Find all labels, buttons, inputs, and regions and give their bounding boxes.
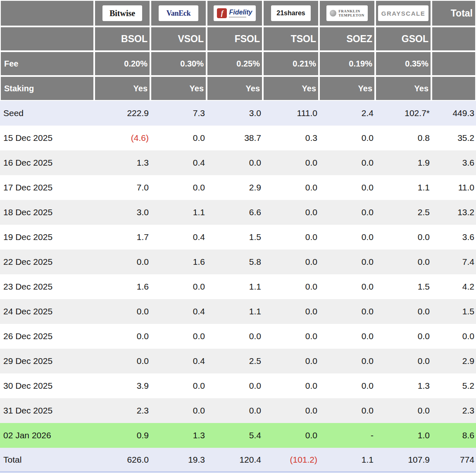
21shares-wordmark: 21shares: [276, 10, 305, 17]
franklin-line2: TEMPLETON: [338, 13, 364, 17]
data-cell: 0.4: [150, 349, 207, 373]
issuer-logo-row: Bitwise VanEck f Fidelity 2: [0, 0, 476, 26]
table-row: 31 Dec 20252.30.00.00.00.00.02.3: [0, 398, 476, 423]
data-cell: 0.0: [263, 324, 319, 349]
franklin-templeton-logo-cell: FRANKLIN TEMPLETON: [319, 0, 375, 26]
data-cell: 0.0: [263, 423, 319, 448]
data-cell: 0.0: [319, 349, 375, 373]
data-cell: 0.4: [150, 150, 207, 175]
ticker-tsol: TSOL: [263, 26, 319, 51]
ticker-gsol: GSOL: [375, 26, 431, 51]
data-cell: 1.1: [207, 274, 263, 299]
table-row: Total626.019.3120.4(101.2)1.1107.9774: [0, 448, 476, 471]
data-cell: 0.0: [319, 225, 375, 250]
staking-cell: Yes: [319, 76, 375, 101]
data-cell: 0.0: [94, 349, 150, 373]
fee-cell: 0.30%: [150, 51, 207, 76]
table-row: 24 Dec 20250.00.41.10.00.00.01.5: [0, 299, 476, 324]
vaneck-wordmark: VanEck: [167, 9, 191, 18]
staking-row: Staking Yes Yes Yes Yes Yes Yes: [0, 76, 476, 101]
data-cell: 1.0: [375, 423, 431, 448]
table-row: 26 Dec 20250.00.00.00.00.00.00.0: [0, 324, 476, 349]
data-cell: 0.0: [263, 299, 319, 324]
data-cell: 19.3: [150, 448, 207, 471]
data-cell: 2.9: [207, 175, 263, 200]
fee-cell: 0.20%: [94, 51, 150, 76]
data-cell: 0.0: [319, 274, 375, 299]
data-cell: 1.5: [431, 299, 476, 324]
table-row: 18 Dec 20253.01.16.60.00.02.513.2: [0, 200, 476, 225]
data-cell: 13.2: [431, 200, 476, 225]
data-cell: 1.3: [150, 423, 207, 448]
fidelity-f-icon: f: [217, 8, 227, 18]
grayscale-logo-cell: GRAYSCALE: [375, 0, 431, 26]
data-cell: 7.4: [431, 250, 476, 274]
fee-total-empty: [431, 51, 476, 76]
data-cell: 0.0: [263, 274, 319, 299]
data-cell: 0.0: [375, 324, 431, 349]
data-cell: (101.2): [263, 448, 319, 471]
data-cell: 1.3: [375, 373, 431, 398]
data-cell: 3.0: [94, 200, 150, 225]
data-cell: 2.3: [431, 398, 476, 423]
bitwise-logo: Bitwise: [102, 5, 142, 21]
data-cell: 0.0: [263, 225, 319, 250]
data-cell: 120.4: [207, 448, 263, 471]
data-cell: 1.7: [94, 225, 150, 250]
fee-row: Fee 0.20% 0.30% 0.25% 0.21% 0.19% 0.35%: [0, 51, 476, 76]
table-row: 23 Dec 20251.60.01.10.00.01.54.2: [0, 274, 476, 299]
data-cell: 0.0: [319, 250, 375, 274]
data-cell: 1.9: [375, 150, 431, 175]
data-cell: 774: [431, 448, 476, 471]
data-cell: 0.4: [150, 225, 207, 250]
row-label: 16 Dec 2025: [0, 150, 94, 175]
data-cell: 3.0: [207, 101, 263, 126]
table-row: 02 Jan 20260.91.35.40.0-1.08.6: [0, 423, 476, 448]
data-cell: 102.7*: [375, 101, 431, 126]
fidelity-logo-cell: f Fidelity: [207, 0, 263, 26]
data-cell: 0.0: [263, 349, 319, 373]
data-cell: 222.9: [94, 101, 150, 126]
data-cell: 111.0: [263, 101, 319, 126]
ticker-soez: SOEZ: [319, 26, 375, 51]
data-cell: 6.6: [207, 200, 263, 225]
table-row: 15 Dec 2025(4.6)0.038.70.30.00.835.2: [0, 126, 476, 150]
data-cell: 0.0: [375, 349, 431, 373]
franklin-templeton-logo: FRANKLIN TEMPLETON: [326, 5, 368, 21]
bitwise-logo-cell: Bitwise: [94, 0, 150, 26]
data-cell: 1.5: [375, 274, 431, 299]
staking-cell: Yes: [263, 76, 319, 101]
franklin-head-icon: [330, 10, 336, 17]
data-cell: 11.0: [431, 175, 476, 200]
data-cell: 0.0: [319, 200, 375, 225]
data-cell: 0.0: [319, 126, 375, 150]
table-body: Seed222.97.33.0111.02.4102.7*449.315 Dec…: [0, 101, 476, 471]
data-cell: 0.0: [150, 398, 207, 423]
row-label: 22 Dec 2025: [0, 250, 94, 274]
ticker-bsol: BSOL: [94, 26, 150, 51]
franklin-line1: FRANKLIN: [338, 9, 360, 13]
ticker-row-label: [0, 26, 94, 51]
data-cell: 1.1: [319, 448, 375, 471]
data-cell: 1.1: [375, 175, 431, 200]
data-cell: 0.0: [150, 175, 207, 200]
data-cell: 626.0: [94, 448, 150, 471]
data-cell: 2.5: [207, 349, 263, 373]
data-cell: 0.0: [319, 398, 375, 423]
data-cell: 35.2: [431, 126, 476, 150]
row-label: 23 Dec 2025: [0, 274, 94, 299]
data-cell: 2.4: [319, 101, 375, 126]
data-cell: 0.0: [263, 150, 319, 175]
data-cell: 0.0: [375, 250, 431, 274]
data-cell: (4.6): [94, 126, 150, 150]
grayscale-wordmark: GRAYSCALE: [381, 10, 425, 17]
ticker-total-empty: [431, 26, 476, 51]
data-cell: 1.6: [94, 274, 150, 299]
data-cell: 0.0: [94, 324, 150, 349]
grayscale-logo: GRAYSCALE: [378, 5, 428, 21]
data-cell: 7.0: [94, 175, 150, 200]
data-cell: 0.0: [263, 250, 319, 274]
data-cell: 0.8: [375, 126, 431, 150]
row-label: 31 Dec 2025: [0, 398, 94, 423]
row-label: 30 Dec 2025: [0, 373, 94, 398]
